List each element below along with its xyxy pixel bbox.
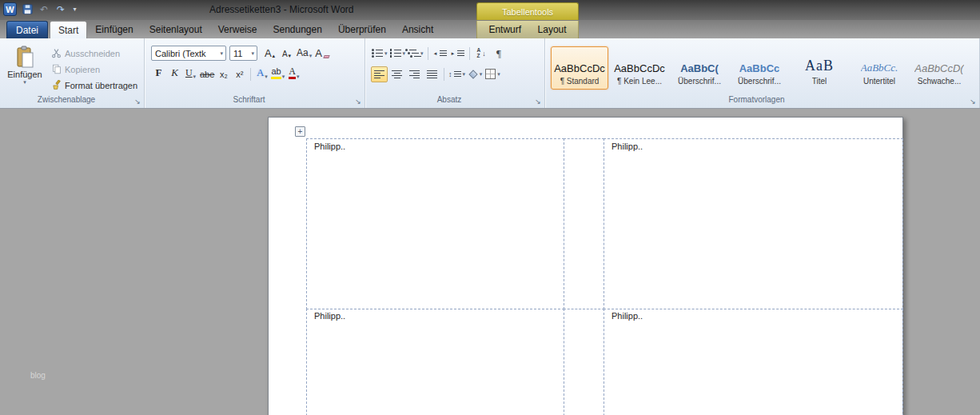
bold-button[interactable]: F [151, 66, 166, 82]
pilcrow-icon: ¶ [496, 47, 501, 60]
change-case-button[interactable]: Aa▾ [296, 46, 313, 61]
dialog-launcher-icon[interactable]: ↘ [353, 97, 363, 106]
divider [250, 68, 251, 81]
grow-font-button[interactable]: A▴ [262, 46, 277, 61]
watermark: blog [30, 371, 46, 380]
tab-layout[interactable]: Layout [533, 21, 572, 38]
format-painter-button[interactable]: Format übertragen [50, 78, 139, 92]
style-untertitel[interactable]: AaBbCc. Untertitel [851, 46, 908, 90]
paste-button[interactable]: Einfügen ▾ [4, 44, 46, 94]
chevron-down-icon: ▾ [463, 71, 466, 77]
align-center-button[interactable] [388, 66, 405, 82]
tab-ueberpruefen[interactable]: Überprüfen [330, 21, 394, 38]
tab-seitenlayout[interactable]: Seitenlayout [141, 21, 210, 38]
italic-button[interactable]: K [167, 66, 182, 82]
chevron-down-icon: ▾ [220, 50, 223, 56]
tab-start[interactable]: Start [50, 21, 87, 38]
superscript-button[interactable]: x² [232, 66, 247, 82]
sort-button[interactable]: AZ ↓ [473, 46, 490, 62]
tab-sendungen[interactable]: Sendungen [265, 21, 329, 38]
chevron-down-icon: ▾ [251, 50, 254, 56]
font-name-select[interactable]: Calibri (Textk ▾ [151, 46, 226, 61]
multilevel-list-button[interactable]: ▾ [407, 46, 424, 62]
numbered-list-button[interactable]: ▾ [389, 46, 407, 62]
paste-label: Einfügen [7, 70, 42, 79]
line-spacing-button[interactable]: ↕▾ [448, 66, 466, 82]
up-down-arrow-icon: ↕ [448, 70, 452, 78]
table-cell[interactable]: Philipp.. [306, 309, 564, 415]
format-painter-label: Format übertragen [65, 81, 137, 90]
down-arrow-icon: ▾ [289, 53, 292, 58]
style-ueberschrift-1[interactable]: AaBbC( Überschrif... [671, 46, 728, 90]
left-arrow-icon: ◄ [433, 51, 438, 56]
dialog-launcher-icon[interactable]: ↘ [133, 97, 142, 106]
table-cell[interactable]: Philipp.. [306, 138, 564, 309]
contextual-tabs: Entwurf Layout [476, 21, 579, 38]
underline-button[interactable]: U▾ [183, 66, 198, 82]
shrink-font-button[interactable]: A▾ [279, 46, 294, 61]
subscript-button[interactable]: x₂ [216, 66, 231, 82]
text-effects-button[interactable]: A▾ [254, 66, 269, 82]
chevron-down-icon: ▾ [265, 74, 268, 79]
clipboard-icon [15, 46, 34, 68]
style-hervorhebung[interactable]: AaBbC Herv [970, 46, 979, 90]
copy-button[interactable]: Kopieren [50, 62, 139, 76]
table-cell[interactable]: Philipp.. [604, 138, 903, 309]
tab-verweise[interactable]: Verweise [210, 21, 265, 38]
table-move-handle[interactable]: + [295, 126, 305, 137]
contextual-tools-header: Tabellentools [476, 2, 579, 20]
format-painter-icon [51, 80, 62, 90]
align-left-button[interactable] [371, 66, 388, 82]
redo-button[interactable]: ↷ [54, 3, 67, 16]
highlight-color-button[interactable]: ab▾ [270, 66, 285, 82]
dialog-launcher-icon[interactable]: ↘ [533, 97, 543, 106]
align-right-button[interactable] [406, 66, 423, 82]
borders-button[interactable]: ▾ [484, 66, 501, 82]
clear-formatting-button[interactable]: A [314, 46, 330, 61]
bullet-list-button[interactable]: ▾ [371, 46, 388, 62]
spacing-lines-icon [454, 71, 461, 77]
style-kein-leerraum[interactable]: AaBbCcDc ¶ Kein Lee... [611, 46, 668, 90]
style-ueberschrift-2[interactable]: AaBbCc Überschrif... [731, 46, 788, 90]
chevron-down-icon: ▾ [309, 53, 313, 58]
group-label-zwischenablage: Zwischenablage [0, 95, 133, 106]
shading-button[interactable]: ▾ [467, 66, 484, 82]
tab-datei[interactable]: Datei [6, 21, 48, 38]
style-standard[interactable]: AaBbCcDc ¶ Standard [551, 46, 608, 90]
document-page[interactable]: + Philipp.. Philipp.. Philipp.. Philipp.… [268, 117, 903, 415]
tab-ansicht[interactable]: Ansicht [394, 21, 441, 38]
table-spacer-cell[interactable] [564, 138, 604, 309]
font-color-button[interactable]: A▾ [286, 66, 301, 82]
strikethrough-button[interactable]: abe [199, 66, 215, 82]
chevron-down-icon: ▾ [297, 74, 300, 79]
bullet-list-icon [372, 50, 383, 57]
style-schwache-hervorhebung[interactable]: AaBbCcD( Schwache... [910, 46, 968, 90]
qat-dropdown-button[interactable]: ▾ [71, 3, 78, 16]
cut-button[interactable]: Ausschneiden [50, 46, 139, 60]
font-size-select[interactable]: 11 ▾ [229, 46, 257, 61]
tab-einfuegen[interactable]: Einfügen [87, 21, 141, 38]
multilevel-list-icon [408, 50, 419, 57]
table-cell[interactable]: Philipp.. [604, 309, 903, 415]
numbered-list-icon [390, 50, 401, 57]
tab-entwurf[interactable]: Entwurf [484, 21, 526, 38]
increase-indent-button[interactable]: ► [449, 46, 466, 62]
show-paragraph-marks-button[interactable]: ¶ [491, 46, 508, 62]
chevron-down-icon: ▾ [282, 74, 285, 79]
down-arrow-icon: ↓ [482, 50, 486, 58]
up-arrow-icon: ▴ [273, 53, 276, 58]
cut-label: Ausschneiden [65, 49, 120, 58]
indent-lines-icon [440, 50, 447, 56]
paint-bucket-icon [468, 70, 477, 78]
table-spacer-cell[interactable] [564, 309, 604, 415]
group-formatvorlagen: AaBbCcDc ¶ Standard AaBbCcDc ¶ Kein Lee.… [545, 38, 980, 108]
decrease-indent-button[interactable]: ◄ [432, 46, 448, 62]
chevron-down-icon: ▾ [193, 74, 197, 79]
chevron-down-icon: ▾ [420, 50, 424, 56]
save-button[interactable] [21, 3, 34, 16]
undo-button[interactable]: ↶ [38, 3, 50, 16]
dialog-launcher-icon[interactable]: ↘ [968, 97, 978, 106]
font-name-value: Calibri (Textk [155, 49, 206, 58]
justify-button[interactable] [424, 66, 440, 82]
style-titel[interactable]: AaB Titel [791, 46, 848, 90]
